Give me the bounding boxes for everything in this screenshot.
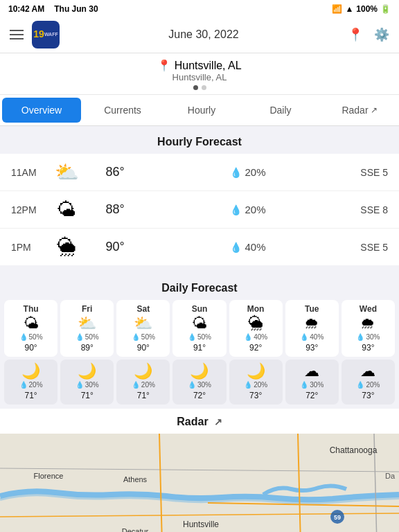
hour-temp-1: 88° <box>87 202 143 217</box>
daily-day-card-0: Thu 🌤 💧 50% 90° <box>4 300 57 357</box>
daily-day-card-2: Sat ⛅ 💧 50% 90° <box>116 300 170 357</box>
hourly-row-1pm: 1PM 🌦 90° 💧 40% SSE 5 <box>0 229 399 265</box>
radar-share-icon2[interactable]: ↗ <box>214 416 222 427</box>
daily-night-temp-3: 72° <box>193 391 206 400</box>
svg-text:Decatur: Decatur <box>122 527 149 532</box>
daily-night-card-1: 🌙 💧 30% 71° <box>60 360 114 405</box>
tab-radar[interactable]: Radar ↗ <box>320 98 399 123</box>
hour-icon-1: 🌤 <box>46 198 87 221</box>
svg-text:Athens: Athens <box>123 475 148 484</box>
radar-map[interactable]: 65 59 59 Chattanooga Florence Athens Hun… <box>0 434 399 532</box>
daily-night-icon-5: ☁ <box>304 364 319 379</box>
daily-night-precip-1: 💧 30% <box>76 381 99 389</box>
daily-day-precip-5: 💧 40% <box>300 333 323 341</box>
daily-day-label-6: Wed <box>360 304 377 314</box>
settings-icon[interactable]: ⚙️ <box>374 27 389 42</box>
raindrop-day-icon: 💧 <box>244 333 252 341</box>
daily-day-icon-5: 🌧 <box>304 316 319 331</box>
daily-night-precip-3: 💧 30% <box>188 381 211 389</box>
hour-label-0: 11AM <box>11 167 46 178</box>
tab-bar: Overview Currents Hourly Daily Radar ↗ <box>0 95 399 126</box>
location-name: 📍 Huntsville, AL <box>0 59 399 72</box>
hour-precip-0: 💧 20% <box>143 166 353 178</box>
status-day: Thu Jun 30 <box>54 4 98 14</box>
daily-day-card-3: Sun 🌤 💧 50% 91° <box>172 300 226 357</box>
daily-col-sun: Sun 🌤 💧 50% 91° 🌙 💧 30% 72° <box>172 300 226 405</box>
daily-night-icon-1: 🌙 <box>78 364 96 379</box>
svg-text:Da: Da <box>385 472 396 480</box>
location-dots <box>0 85 399 90</box>
daily-col-fri: Fri ⛅ 💧 50% 89° 🌙 💧 30% 71° <box>60 300 114 405</box>
daily-day-label-4: Mon <box>247 304 265 314</box>
raindrop-night-icon: 💧 <box>188 381 196 389</box>
daily-day-card-1: Fri ⛅ 💧 50% 89° <box>60 300 114 357</box>
dot-2[interactable] <box>202 85 206 90</box>
radar-header: Radar ↗ <box>0 409 399 434</box>
raindrop-night-icon: 💧 <box>132 381 140 389</box>
tab-overview[interactable]: Overview <box>2 98 81 123</box>
daily-night-precip-6: 💧 20% <box>356 381 380 389</box>
daily-col-tue: Tue 🌧 💧 40% 93° ☁ 💧 30% 72° <box>285 300 339 405</box>
tab-currents[interactable]: Currents <box>83 98 162 123</box>
daily-day-temp-2: 90° <box>137 343 150 353</box>
raindrop-night-icon: 💧 <box>244 381 252 389</box>
status-bar: 10:42 AM Thu Jun 30 📶 ▲ 100% 🔋 <box>0 0 399 17</box>
channel-logo: 19 WAFF <box>32 21 60 48</box>
hour-wind-2: SSE 5 <box>353 242 388 253</box>
daily-night-icon-2: 🌙 <box>134 364 152 379</box>
raindrop-day-icon: 💧 <box>132 333 140 341</box>
daily-col-thu: Thu 🌤 💧 50% 90° 🌙 💧 20% 71° <box>4 300 57 405</box>
daily-day-label-2: Sat <box>137 304 150 314</box>
hourly-title: Hourly Forecast <box>0 126 399 154</box>
daily-night-icon-3: 🌙 <box>190 364 209 379</box>
daily-day-temp-1: 89° <box>81 343 94 353</box>
daily-night-card-4: 🌙 💧 20% 73° <box>229 360 283 405</box>
daily-day-card-6: Wed 🌧 💧 30% 93° <box>342 300 395 357</box>
daily-night-temp-1: 71° <box>81 391 94 400</box>
battery-label: 100% <box>356 4 378 14</box>
dot-1[interactable] <box>193 85 198 90</box>
hourly-section: Hourly Forecast 11AM ⛅ 86° 💧 20% SSE 5 1… <box>0 126 399 265</box>
raindrop-day-icon: 💧 <box>19 333 28 341</box>
raindrop-day-icon: 💧 <box>76 333 84 341</box>
menu-button[interactable] <box>10 30 24 39</box>
daily-day-precip-2: 💧 50% <box>132 333 155 341</box>
hour-temp-2: 90° <box>87 240 143 254</box>
daily-section: Daily Forecast Thu 🌤 💧 50% 90° 🌙 💧 20% 7… <box>0 272 399 409</box>
daily-col-wed: Wed 🌧 💧 30% 93° ☁ 💧 20% 73° <box>342 300 395 405</box>
svg-text:Florence: Florence <box>34 472 64 480</box>
app-header: 19 WAFF June 30, 2022 📍 ⚙️ <box>0 17 399 53</box>
daily-day-temp-4: 92° <box>249 343 262 353</box>
daily-day-icon-0: 🌤 <box>24 316 39 331</box>
tab-hourly[interactable]: Hourly <box>162 98 241 123</box>
radar-title: Radar <box>177 416 208 428</box>
map-svg: 65 59 59 Chattanooga Florence Athens Hun… <box>0 434 399 532</box>
daily-day-temp-6: 93° <box>362 343 374 353</box>
daily-day-label-3: Sun <box>192 304 208 314</box>
location-pin-icon2: 📍 <box>157 60 174 71</box>
daily-day-icon-1: ⛅ <box>78 316 96 331</box>
hour-label-1: 12PM <box>11 204 46 215</box>
daily-title: Daily Forecast <box>0 272 399 300</box>
daily-night-card-2: 🌙 💧 20% 71° <box>116 360 170 405</box>
daily-day-card-4: Mon 🌦 💧 40% 92° <box>229 300 283 357</box>
hour-wind-1: SSE 8 <box>353 204 388 215</box>
raindrop-icon: 💧 <box>230 167 242 178</box>
raindrop-day-icon: 💧 <box>188 333 196 341</box>
daily-day-precip-1: 💧 50% <box>76 333 99 341</box>
wifi-icon: 📶 <box>332 4 342 14</box>
daily-day-icon-6: 🌧 <box>360 316 375 331</box>
daily-night-temp-0: 71° <box>24 391 37 400</box>
location-bar: 📍 Huntsville, AL Huntsville, AL <box>0 53 399 95</box>
daily-day-label-0: Thu <box>24 304 39 314</box>
location-pin-icon[interactable]: 📍 <box>348 27 363 42</box>
raindrop-icon: 💧 <box>230 242 242 253</box>
hour-wind-0: SSE 5 <box>353 167 388 178</box>
hour-icon-0: ⛅ <box>46 161 87 184</box>
daily-night-temp-6: 73° <box>362 391 374 400</box>
tab-daily[interactable]: Daily <box>241 98 320 123</box>
status-time: 10:42 AM <box>8 4 44 14</box>
hour-icon-2: 🌦 <box>46 236 87 258</box>
daily-night-card-6: ☁ 💧 20% 73° <box>342 360 395 405</box>
daily-night-card-5: ☁ 💧 30% 72° <box>285 360 339 405</box>
